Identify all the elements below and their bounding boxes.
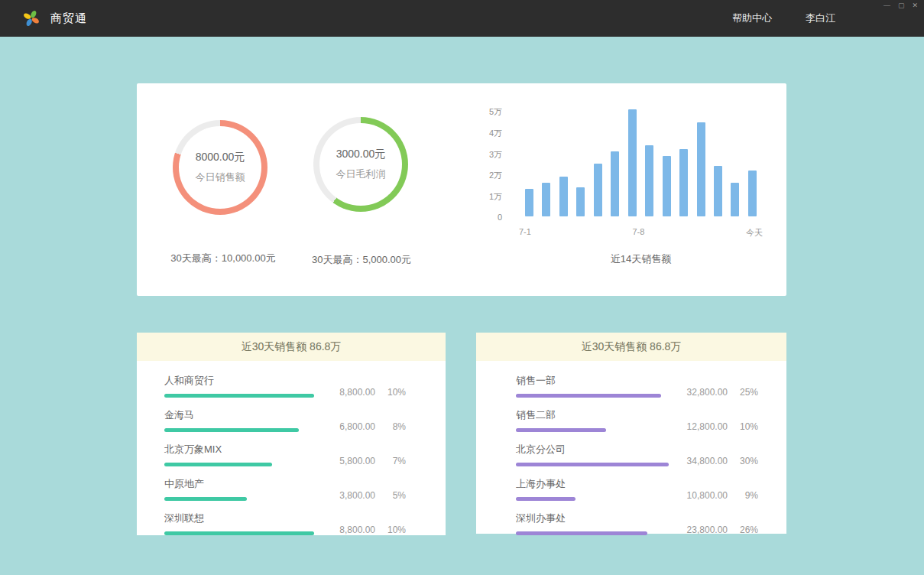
app-title: 商贸通 (50, 11, 87, 26)
today-sales-label: 今日销售额 (196, 171, 245, 184)
rank-progress-bar (516, 394, 661, 398)
chart-bar (525, 189, 533, 216)
rank-progress-bar (516, 463, 669, 466)
rank-percent: 10% (384, 525, 406, 535)
rank-progress-bar (164, 497, 247, 501)
rank-rows: 销售一部32,800.0025%销售二部12,800.0010%北京分公司34,… (476, 361, 786, 535)
rank-percent: 10% (384, 387, 406, 398)
rank-row: 销售一部32,800.0025% (516, 374, 758, 398)
rank-percent: 26% (737, 525, 758, 535)
rank-name: 人和商贸行 (164, 374, 314, 388)
rank-percent: 8% (384, 421, 406, 432)
y-tick-label: 0 (498, 213, 502, 222)
rank-name: 北京分公司 (516, 443, 669, 456)
department-sales-rank-card: 近30天销售额 86.8万 销售一部32,800.0025%销售二部12,800… (476, 333, 786, 534)
rank-progress-bar (516, 531, 647, 535)
rank-percent: 5% (384, 490, 406, 501)
rank-progress-bar (164, 463, 272, 466)
donut-center: 3000.00元 今日毛利润 (319, 123, 402, 206)
window-controls: — ▢ ✕ (883, 2, 918, 10)
chart-bar (542, 183, 550, 216)
chart-bar (576, 187, 585, 216)
chart-bar (594, 164, 602, 216)
chart-bar (679, 149, 688, 216)
chart-bar (714, 166, 722, 216)
rank-name: 上海办事处 (516, 477, 575, 491)
bar-chart (525, 108, 757, 216)
chart-bar (663, 156, 671, 216)
today-profit-value: 3000.00元 (336, 148, 386, 161)
rank-row: 人和商贸行8,800.0010% (164, 374, 406, 398)
app-logo-pinwheel-icon (21, 8, 41, 28)
rank-row: 销售二部12,800.0010% (516, 408, 758, 432)
rank-row: 北京分公司34,800.0030% (516, 443, 758, 466)
y-tick-label: 5万 (489, 106, 502, 118)
rank-amount: 34,800.00 (687, 456, 728, 466)
rank-row: 深圳办事处23,800.0026% (516, 512, 758, 535)
rank-percent: 10% (737, 421, 758, 432)
y-tick-label: 3万 (489, 149, 502, 161)
maximize-button[interactable]: ▢ (898, 2, 905, 10)
rank-row: 中原地产3,800.005% (164, 477, 406, 501)
profit-30d-max: 30天最高：5,000.00元 (312, 253, 411, 267)
chart-bar (628, 109, 637, 216)
summary-card: 8000.00元 今日销售额 30天最高：10,000.00元 3000.00元… (137, 83, 786, 296)
rank-name: 中原地产 (164, 477, 247, 491)
rank-name: 销售一部 (516, 374, 661, 388)
rank-amount: 8,800.00 (339, 387, 375, 398)
customer-sales-rank-card: 近30天销售额 86.8万 人和商贸行8,800.0010%金海马6,800.0… (137, 333, 446, 535)
today-profit-donut: 3000.00元 今日毛利润 (313, 117, 408, 212)
chart-bar (559, 177, 568, 216)
rank-amount: 12,800.00 (687, 421, 728, 432)
rank-row: 金海马6,800.008% (164, 408, 406, 432)
rank-progress-bar (516, 428, 606, 432)
sales-30d-max: 30天最高：10,000.00元 (170, 252, 275, 265)
chart-bar (731, 183, 739, 216)
help-center-link[interactable]: 帮助中心 (732, 11, 772, 25)
x-tick-label: 7-8 (633, 227, 645, 239)
rank-percent: 9% (737, 490, 758, 501)
chart-title: 近14天销售额 (525, 252, 757, 266)
donut-center: 8000.00元 今日销售额 (179, 126, 261, 209)
rank-amount: 23,800.00 (687, 525, 728, 535)
rank-amount: 5,800.00 (339, 456, 375, 466)
rank-progress-bar (164, 394, 314, 398)
rank-amount: 6,800.00 (339, 421, 375, 432)
today-sales-value: 8000.00元 (196, 151, 245, 164)
today-sales-donut: 8000.00元 今日销售额 (173, 120, 267, 215)
y-tick-label: 4万 (489, 128, 502, 139)
username-link[interactable]: 李白江 (806, 11, 835, 25)
rank-card-title: 近30天销售额 86.8万 (137, 333, 446, 361)
titlebar: — ▢ ✕ 商贸通 帮助中心 李白江 (0, 0, 924, 37)
rank-progress-bar (164, 531, 314, 535)
close-button[interactable]: ✕ (912, 2, 918, 10)
minimize-button[interactable]: — (883, 2, 890, 10)
rank-progress-bar (516, 497, 575, 501)
y-tick-label: 2万 (489, 170, 502, 181)
today-profit-label: 今日毛利润 (336, 167, 386, 181)
rank-row: 深圳联想8,800.0010% (164, 512, 406, 535)
chart-bar (748, 171, 757, 216)
rank-row: 北京万象MIX5,800.007% (164, 443, 406, 466)
chart-bar (611, 151, 619, 216)
rank-row: 上海办事处10,800.009% (516, 477, 758, 501)
rank-name: 销售二部 (516, 408, 606, 422)
rank-percent: 7% (384, 456, 406, 466)
chart-bar (645, 145, 653, 216)
rank-name: 深圳办事处 (516, 512, 647, 525)
rank-percent: 30% (737, 456, 758, 466)
rank-card-title: 近30天销售额 86.8万 (476, 333, 786, 361)
rank-amount: 10,800.00 (687, 490, 728, 501)
rank-percent: 25% (737, 387, 758, 398)
rank-name: 北京万象MIX (164, 443, 272, 456)
rank-name: 深圳联想 (164, 512, 314, 525)
chart-bar (697, 122, 705, 216)
rank-amount: 3,800.00 (339, 490, 375, 501)
chart-y-axis: 5万4万3万2万1万0 (472, 106, 502, 222)
rank-rows: 人和商贸行8,800.0010%金海马6,800.008%北京万象MIX5,80… (137, 361, 446, 535)
chart-x-axis: 7-1 7-8 今天 (519, 227, 763, 239)
y-tick-label: 1万 (489, 191, 502, 203)
rank-amount: 8,800.00 (339, 525, 375, 535)
rank-progress-bar (164, 428, 299, 432)
x-tick-label: 今天 (746, 227, 763, 239)
